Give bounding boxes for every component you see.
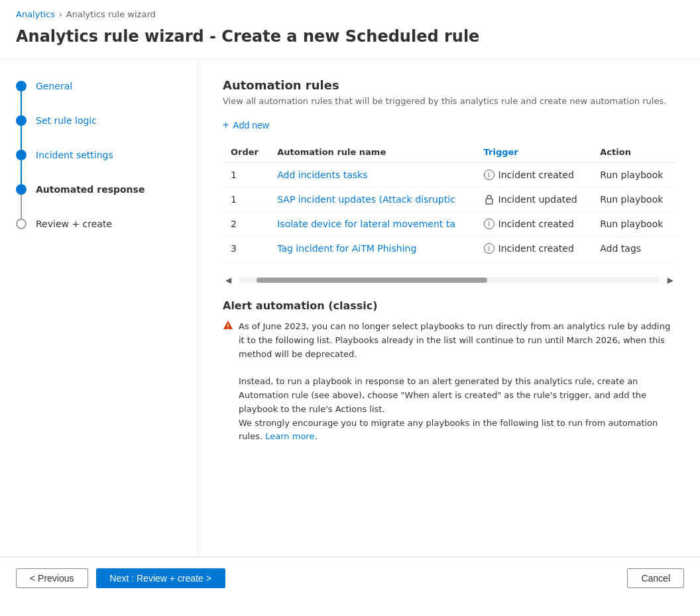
step-dot-incident-settings — [16, 150, 27, 160]
table-row: 1 SAP incident updates (Attack disruptic — [223, 187, 676, 212]
warning-triangle-icon: ! — [223, 320, 233, 444]
trigger-label: Incident updated — [498, 194, 577, 205]
scroll-thumb[interactable] — [257, 278, 487, 283]
warning-text-1: As of June 2023, you can no longer selec… — [239, 321, 670, 359]
wizard-steps: General Set rule logic Incident settings — [16, 81, 182, 230]
trigger-icon-circle-i: i — [484, 219, 495, 229]
step-label-automated-response: Automated response — [36, 183, 145, 195]
col-trigger: Trigger — [476, 142, 593, 163]
trigger-label: Incident created — [498, 170, 574, 180]
step-dot-general — [16, 81, 27, 91]
row-trigger: i Incident created — [476, 212, 593, 236]
step-label-review-create: Review + create — [36, 218, 112, 230]
step-line-4 — [21, 195, 22, 219]
step-indicator-automated-response — [16, 184, 27, 219]
add-new-button[interactable]: + Add new — [223, 117, 269, 134]
step-automated-response: Automated response — [16, 184, 182, 219]
warning-content: As of June 2023, you can no longer selec… — [239, 320, 676, 444]
rule-name-link[interactable]: Isolate device for lateral movement ta — [277, 219, 455, 229]
breadcrumb-analytics[interactable]: Analytics — [16, 9, 55, 19]
table-body: 1 Add incidents tasks i Incident created… — [223, 163, 676, 261]
add-new-icon: + — [223, 119, 229, 131]
alert-automation-title: Alert automation (classic) — [223, 299, 676, 312]
automation-rules-title: Automation rules — [223, 78, 676, 92]
trigger-label: Incident created — [498, 243, 574, 254]
row-name: SAP incident updates (Attack disruptic — [269, 187, 475, 212]
step-line-2 — [21, 126, 22, 150]
automation-rules-description: View all automation rules that will be t… — [223, 96, 676, 106]
breadcrumb-separator: › — [59, 10, 62, 19]
next-button[interactable]: Next : Review + create > — [96, 568, 225, 588]
table-row: 3 Tag incident for AiTM Phishing i Incid… — [223, 236, 676, 261]
step-indicator-review-create — [16, 219, 27, 229]
table-row: 2 Isolate device for lateral movement ta… — [223, 212, 676, 236]
step-label-set-rule-logic[interactable]: Set rule logic — [36, 115, 97, 127]
main-layout: General Set rule logic Incident settings — [0, 60, 700, 556]
footer-left-buttons: < Previous Next : Review + create > — [16, 568, 225, 588]
svg-text:!: ! — [227, 323, 229, 330]
table-row: 1 Add incidents tasks i Incident created… — [223, 163, 676, 187]
breadcrumb: Analytics › Analytics rule wizard — [0, 0, 700, 25]
row-action: Run playbook — [592, 163, 676, 187]
row-order: 2 — [223, 212, 269, 236]
step-dot-set-rule-logic — [16, 115, 27, 126]
sidebar: General Set rule logic Incident settings — [0, 60, 199, 556]
row-trigger: i Incident created — [476, 163, 593, 187]
row-order: 1 — [223, 163, 269, 187]
step-label-general[interactable]: General — [36, 80, 72, 92]
step-dot-review-create — [16, 219, 27, 229]
step-indicator-set-rule-logic — [16, 115, 27, 150]
learn-more-link[interactable]: Learn more. — [265, 431, 317, 441]
automation-rules-section: Automation rules View all automation rul… — [223, 78, 676, 286]
col-action: Action — [592, 142, 676, 163]
row-action: Add tags — [592, 236, 676, 261]
trigger-icon-lock — [484, 194, 495, 205]
step-line-1 — [21, 91, 22, 115]
row-action: Run playbook — [592, 212, 676, 236]
warning-box: ! As of June 2023, you can no longer sel… — [223, 320, 676, 444]
row-order: 3 — [223, 236, 269, 261]
rule-name-link[interactable]: Add incidents tasks — [277, 170, 367, 180]
step-review-create: Review + create — [16, 219, 182, 230]
step-label-incident-settings[interactable]: Incident settings — [36, 149, 113, 161]
step-dot-automated-response — [16, 184, 27, 195]
step-incident-settings: Incident settings — [16, 150, 182, 184]
scroll-right-arrow[interactable]: ▶ — [665, 274, 676, 286]
row-trigger: i Incident created — [476, 236, 593, 261]
step-indicator-incident-settings — [16, 150, 27, 184]
scroll-left-arrow[interactable]: ◀ — [223, 274, 234, 286]
scroll-track[interactable] — [239, 278, 660, 283]
row-name: Add incidents tasks — [269, 163, 475, 187]
warning-text-2: Instead, to run a playbook in response t… — [239, 376, 646, 414]
rule-name-link[interactable]: SAP incident updates (Attack disruptic — [277, 194, 455, 205]
automation-rules-table: Order Automation rule name Trigger Actio… — [223, 142, 676, 261]
trigger-icon-circle-i: i — [484, 243, 495, 254]
col-order: Order — [223, 142, 269, 163]
svg-rect-0 — [486, 199, 493, 204]
content-area: Automation rules View all automation rul… — [199, 60, 700, 556]
step-set-rule-logic: Set rule logic — [16, 115, 182, 150]
rule-name-link[interactable]: Tag incident for AiTM Phishing — [277, 243, 416, 254]
breadcrumb-current: Analytics rule wizard — [66, 9, 156, 19]
cancel-button[interactable]: Cancel — [627, 568, 684, 588]
row-trigger: Incident updated — [476, 187, 593, 212]
row-order: 1 — [223, 187, 269, 212]
add-new-label: Add new — [233, 120, 268, 130]
horizontal-scrollbar[interactable]: ◀ ▶ — [223, 274, 676, 286]
row-name: Isolate device for lateral movement ta — [269, 212, 475, 236]
page-title: Analytics rule wizard - Create a new Sch… — [0, 25, 700, 59]
previous-button[interactable]: < Previous — [16, 568, 88, 588]
footer: < Previous Next : Review + create > Canc… — [0, 557, 700, 599]
col-name: Automation rule name — [269, 142, 475, 163]
trigger-icon-circle-i: i — [484, 170, 495, 180]
step-indicator-general — [16, 81, 27, 115]
row-name: Tag incident for AiTM Phishing — [269, 236, 475, 261]
table-header: Order Automation rule name Trigger Actio… — [223, 142, 676, 163]
step-general: General — [16, 81, 182, 115]
step-line-3 — [21, 160, 22, 184]
row-action: Run playbook — [592, 187, 676, 212]
trigger-label: Incident created — [498, 219, 574, 229]
alert-automation-section: Alert automation (classic) ! As of June … — [223, 299, 676, 444]
